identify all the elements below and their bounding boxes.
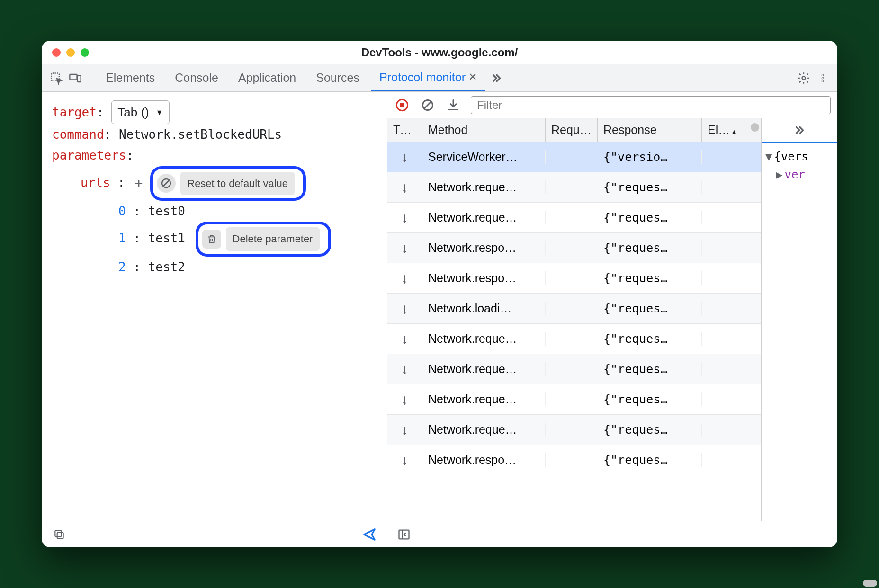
delete-callout: Delete parameter <box>196 222 331 256</box>
delete-button[interactable] <box>202 230 221 249</box>
delete-tooltip: Delete parameter <box>226 227 320 250</box>
chevron-down-icon: ▼ <box>156 106 163 119</box>
tree-root[interactable]: ▼{vers <box>765 148 834 166</box>
col-method[interactable]: Method <box>422 118 546 142</box>
cell-method: Network.reque… <box>422 362 546 376</box>
url-value: test2 <box>148 260 185 274</box>
cell-response: {"reques… <box>598 180 702 194</box>
main-split: target: Tab () ▼ command: Network.setBlo… <box>42 92 837 547</box>
target-select[interactable]: Tab () ▼ <box>111 100 169 124</box>
cell-response: {"reques… <box>598 271 702 285</box>
sidebar-tree: ▼{vers ▶ver <box>762 143 837 189</box>
tab-protocol-monitor[interactable]: Protocol monitor ✕ <box>371 64 485 91</box>
close-window-button[interactable] <box>52 48 61 57</box>
devtools-window: DevTools - www.google.com/ Elements Cons… <box>42 41 837 547</box>
filter-input[interactable] <box>471 96 831 114</box>
urls-row: urls : ＋ Reset to default value <box>52 166 377 201</box>
url-item-1[interactable]: 1 : test1 Delete parameter <box>52 222 377 256</box>
close-tab-icon[interactable]: ✕ <box>468 71 477 83</box>
url-value: test1 <box>148 231 185 245</box>
maximize-window-button[interactable] <box>81 48 89 57</box>
cell-response: {"reques… <box>598 392 702 406</box>
tree-child-label: ver <box>784 168 805 181</box>
cell-response: {"reques… <box>598 241 702 255</box>
cell-method: ServiceWorker… <box>422 150 546 164</box>
send-button[interactable] <box>361 526 377 543</box>
tabstrip: Elements Console Application Sources Pro… <box>42 64 837 92</box>
col-type[interactable]: Type <box>387 118 422 142</box>
device-toggle-icon[interactable] <box>67 70 83 86</box>
cell-type: ↓ <box>387 361 422 377</box>
toggle-drawer-icon[interactable] <box>396 526 412 543</box>
table-row[interactable]: ↓Network.loadi…{"reques… <box>387 294 761 324</box>
svg-rect-2 <box>78 75 81 82</box>
download-button[interactable] <box>445 97 461 113</box>
cell-method: Network.loadi… <box>422 302 546 315</box>
command-editor-pane: target: Tab () ▼ command: Network.setBlo… <box>42 92 387 547</box>
cell-response: {"reques… <box>598 332 702 346</box>
col-elapsed[interactable]: El…▲ <box>702 118 744 142</box>
table-row[interactable]: ↓Network.respo…{"reques… <box>387 233 761 263</box>
cell-response: {"versio… <box>598 150 702 164</box>
cell-response: {"reques… <box>598 453 702 467</box>
cell-method: Network.reque… <box>422 180 546 194</box>
tab-console[interactable]: Console <box>166 64 227 91</box>
copy-icon[interactable] <box>51 526 67 543</box>
tab-application[interactable]: Application <box>230 64 305 91</box>
window-title: DevTools - www.google.com/ <box>42 46 837 59</box>
table-row[interactable]: ↓Network.reque…{"reques… <box>387 172 761 203</box>
table-row[interactable]: ↓Network.respo…{"reques… <box>387 445 761 475</box>
cell-type: ↓ <box>387 210 422 226</box>
triangle-right-icon: ▶ <box>776 168 782 181</box>
cell-type: ↓ <box>387 301 422 317</box>
table-row[interactable]: ↓Network.reque…{"reques… <box>387 324 761 354</box>
url-index: 1 <box>118 231 126 245</box>
log-split: Type Method Requ… Response El…▲ ↓Service… <box>387 118 837 521</box>
tab-sources[interactable]: Sources <box>307 64 368 91</box>
table-row[interactable]: ↓Network.reque…{"reques… <box>387 384 761 415</box>
command-form: target: Tab () ▼ command: Network.setBlo… <box>42 92 387 521</box>
url-value: test0 <box>148 204 185 218</box>
tree-root-label: {vers <box>774 150 808 163</box>
svg-point-4 <box>822 74 824 76</box>
settings-icon[interactable] <box>796 70 812 86</box>
cell-method: Network.reque… <box>422 423 546 437</box>
sidebar-more-icon[interactable] <box>762 118 837 143</box>
target-value: Tab () <box>117 102 149 123</box>
table-row[interactable]: ↓Network.reque…{"reques… <box>387 203 761 233</box>
table-row[interactable]: ↓Network.respo…{"reques… <box>387 263 761 294</box>
cell-type: ↓ <box>387 179 422 196</box>
table-row[interactable]: ↓ServiceWorker…{"versio… <box>387 142 761 172</box>
minimize-window-button[interactable] <box>66 48 75 57</box>
table-row[interactable]: ↓Network.reque…{"reques… <box>387 415 761 445</box>
table-row[interactable]: ↓Network.reque…{"reques… <box>387 354 761 384</box>
svg-rect-9 <box>57 532 63 538</box>
col-request[interactable]: Requ… <box>546 118 598 142</box>
command-value[interactable]: Network.setBlockedURLs <box>119 127 282 142</box>
url-item-2[interactable]: 2 : test2 <box>52 257 377 277</box>
col-response[interactable]: Response <box>598 118 702 142</box>
add-item-icon[interactable]: ＋ <box>133 172 143 193</box>
more-menu-icon[interactable] <box>815 70 831 86</box>
triangle-down-icon: ▼ <box>765 150 772 163</box>
tab-elements[interactable]: Elements <box>97 64 163 91</box>
parameters-row: parameters: <box>52 145 377 166</box>
urls-key: urls <box>81 176 110 190</box>
reset-button[interactable] <box>157 174 176 193</box>
tree-child[interactable]: ▶ver <box>765 166 834 184</box>
col-elapsed-label: El… <box>708 123 730 136</box>
svg-line-14 <box>424 101 431 108</box>
cell-response: {"reques… <box>598 302 702 315</box>
record-button[interactable] <box>394 97 410 113</box>
cell-type: ↓ <box>387 331 422 347</box>
command-key: command <box>52 127 104 142</box>
clear-button[interactable] <box>420 97 436 113</box>
more-tabs-icon[interactable] <box>488 70 504 86</box>
log-table: Type Method Requ… Response El…▲ ↓Service… <box>387 118 762 521</box>
scroll-indicator <box>751 123 759 132</box>
parameters-key: parameters <box>52 148 126 162</box>
cell-response: {"reques… <box>598 362 702 376</box>
inspect-icon[interactable] <box>48 70 64 86</box>
svg-point-6 <box>822 80 824 82</box>
url-item-0[interactable]: 0 : test0 <box>52 201 377 222</box>
